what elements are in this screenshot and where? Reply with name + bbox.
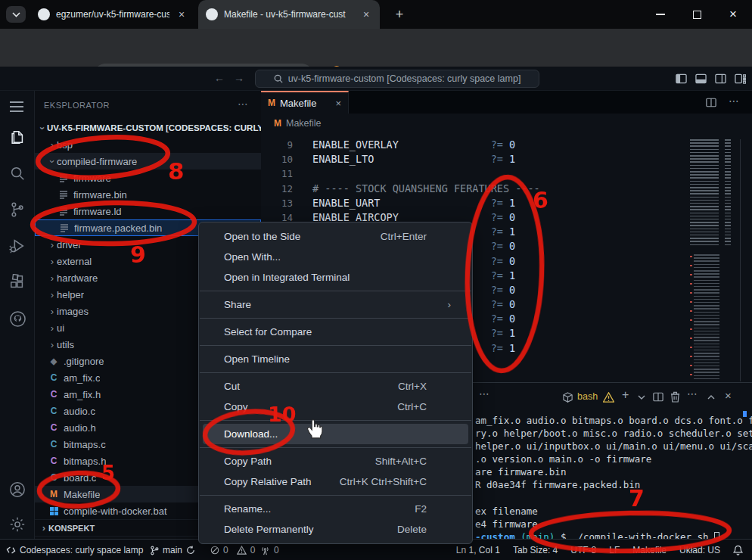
tree-item-bsp[interactable]: ›bsp bbox=[35, 136, 261, 153]
terminal-shell-label[interactable]: bash bbox=[577, 391, 598, 402]
menu-item-open-timeline[interactable]: Open Timeline bbox=[203, 349, 468, 369]
tab-close-icon[interactable]: × bbox=[176, 8, 188, 20]
remote-indicator[interactable]: Codespaces: curly space lamp bbox=[6, 540, 143, 560]
menu-item-shortcut: Delete bbox=[397, 524, 452, 535]
panel-views-more-icon[interactable]: ⋯ bbox=[687, 387, 698, 400]
c-file-icon: C bbox=[51, 406, 57, 416]
menu-item-shortcut: Ctrl+K Ctrl+Shift+C bbox=[340, 476, 452, 487]
code-line-10: 10ENABLE_LTO ?= 1 bbox=[261, 152, 752, 166]
explorer-more-actions-icon[interactable]: ⋯ bbox=[238, 98, 248, 110]
window-minimize-button[interactable] bbox=[643, 0, 678, 29]
menu-item-copy-path[interactable]: Copy PathShift+Alt+C bbox=[203, 451, 468, 471]
menu-item-copy[interactable]: CopyCtrl+C bbox=[203, 397, 468, 417]
menu-item-delete-permanently[interactable]: Delete PermanentlyDelete bbox=[203, 519, 468, 540]
window-maximize-button[interactable] bbox=[679, 0, 714, 29]
tab-close-icon[interactable]: × bbox=[335, 98, 341, 109]
explorer-icon[interactable] bbox=[9, 129, 26, 145]
menu-separator bbox=[200, 318, 471, 319]
line-number: 11 bbox=[270, 166, 293, 181]
file-icon bbox=[59, 207, 68, 216]
split-editor-icon[interactable] bbox=[706, 98, 716, 107]
search-icon bbox=[274, 74, 283, 83]
chevron-right-icon: › bbox=[48, 306, 57, 317]
history-back-icon[interactable]: ← bbox=[214, 72, 225, 84]
tree-item-label: Makefile bbox=[64, 489, 100, 500]
editor-scrollbar[interactable] bbox=[740, 139, 741, 381]
code-line-11: 11 bbox=[261, 166, 752, 181]
file-icon bbox=[60, 223, 69, 232]
tree-root-uv-k5-firmware-custom-codespaces-curly[interactable]: ›UV-K5-FIRMWARE-CUSTOM [CODESPACES: CURL… bbox=[35, 120, 261, 136]
browser-tab-inactive[interactable]: egzumer/uv-k5-firmware-custo × bbox=[30, 0, 195, 29]
github-favicon bbox=[206, 8, 218, 20]
browser-tab-active[interactable]: Makefile - uv-k5-firmware-cust × bbox=[198, 0, 380, 29]
window-close-button[interactable]: × bbox=[716, 0, 750, 29]
terminal-line: ry.o helper/boot.o misc.o radio.o schedu… bbox=[475, 427, 750, 440]
editor-tab-makefile[interactable]: M Makefile × bbox=[261, 91, 349, 114]
menu-item-rename[interactable]: Rename...F2 bbox=[203, 499, 468, 519]
tab-close-icon[interactable]: × bbox=[360, 8, 372, 20]
tree-item-label: helper bbox=[57, 289, 84, 300]
history-forward-icon[interactable]: → bbox=[234, 72, 244, 84]
search-icon[interactable] bbox=[9, 165, 26, 182]
menu-item-download[interactable]: Download... bbox=[203, 424, 468, 444]
menu-item-open-to-the-side[interactable]: Open to the SideCtrl+Enter bbox=[203, 226, 468, 247]
branch-indicator[interactable]: main bbox=[150, 540, 195, 560]
panel-more-actions-icon[interactable]: ⋯ bbox=[479, 387, 489, 400]
menu-item-select-for-compare[interactable]: Select for Compare bbox=[203, 322, 468, 342]
tree-item-firmware-ld[interactable]: firmware.ld bbox=[35, 203, 261, 219]
menu-item-copy-relative-path[interactable]: Copy Relative PathCtrl+K Ctrl+Shift+C bbox=[203, 471, 468, 492]
chevron-down-icon bbox=[12, 12, 20, 17]
tree-item-compiled-firmware[interactable]: ›compiled-firmware bbox=[35, 153, 261, 170]
tree-item-firmware[interactable]: firmware bbox=[35, 170, 261, 186]
terminal-dropdown-icon[interactable] bbox=[638, 395, 645, 400]
new-tab-button[interactable]: + bbox=[390, 5, 409, 23]
vscode-title-bar: ← → uv-k5-firmware-custom [Codespaces: c… bbox=[0, 67, 752, 91]
new-terminal-icon[interactable]: + bbox=[622, 388, 629, 402]
tree-item-label: audio.c bbox=[64, 406, 95, 417]
toggle-sidebar-icon[interactable] bbox=[676, 73, 687, 84]
editor-more-actions-icon[interactable]: ⋯ bbox=[729, 95, 739, 107]
breadcrumb[interactable]: M Makefile bbox=[261, 114, 752, 133]
notifications-bell-icon[interactable] bbox=[733, 545, 743, 555]
toggle-panel-icon[interactable] bbox=[695, 73, 707, 84]
minimap[interactable] bbox=[688, 139, 737, 381]
command-center[interactable]: uv-k5-firmware-custom [Codespaces: curly… bbox=[255, 70, 539, 88]
activity-bar bbox=[0, 91, 35, 539]
menu-hamburger-icon[interactable] bbox=[9, 101, 24, 113]
tab-search-button[interactable] bbox=[6, 6, 26, 23]
terminal-output[interactable]: am_fix.o audio.o bitmaps.o board.o dcs.o… bbox=[475, 414, 750, 543]
menu-item-shortcut: Ctrl+X bbox=[398, 381, 452, 392]
menu-item-cut[interactable]: CutCtrl+X bbox=[203, 376, 468, 397]
account-icon[interactable] bbox=[9, 481, 26, 498]
run-debug-icon[interactable] bbox=[9, 238, 26, 254]
chevron-right-icon: › bbox=[48, 139, 57, 151]
chevron-right-icon: › bbox=[48, 289, 57, 300]
git-branch-icon bbox=[150, 546, 159, 555]
settings-gear-icon[interactable] bbox=[9, 516, 26, 533]
menu-item-label: Open With... bbox=[224, 251, 281, 263]
chevron-down-icon: › bbox=[37, 123, 48, 132]
makefile-icon: M bbox=[50, 489, 57, 499]
github-icon[interactable] bbox=[9, 310, 26, 328]
menu-separator bbox=[200, 447, 471, 448]
menu-item-share[interactable]: Share› bbox=[203, 294, 468, 315]
cursor-position: Ln 1, Col 1 bbox=[456, 545, 500, 555]
tree-item-label: images bbox=[57, 306, 89, 317]
tree-item-label: external bbox=[57, 256, 92, 267]
menu-item-open-with[interactable]: Open With... bbox=[203, 247, 468, 267]
source-control-icon[interactable] bbox=[9, 201, 26, 218]
kill-terminal-trash-icon[interactable] bbox=[670, 391, 680, 403]
tree-item-firmware-bin[interactable]: firmware.bin bbox=[35, 186, 261, 203]
toggle-secondary-sidebar-icon[interactable] bbox=[715, 73, 726, 84]
customize-layout-icon[interactable] bbox=[735, 73, 746, 84]
explorer-title: EKSPLORATOR bbox=[44, 101, 110, 110]
terminal-warning-icon bbox=[603, 392, 614, 403]
status-right-group[interactable]: Ln 1, Col 1 Tab Size: 4 UTF-8 LF Makefil… bbox=[456, 540, 743, 560]
maximize-panel-icon[interactable] bbox=[707, 394, 715, 400]
menu-item-open-in-integrated-terminal[interactable]: Open in Integrated Terminal bbox=[203, 267, 468, 288]
c-file-icon: C bbox=[51, 372, 57, 383]
extensions-icon[interactable] bbox=[9, 274, 26, 291]
browser-tab-title: egzumer/uv-k5-firmware-custo bbox=[56, 9, 169, 20]
close-panel-icon[interactable]: × bbox=[725, 389, 732, 402]
split-terminal-icon[interactable] bbox=[653, 392, 663, 402]
